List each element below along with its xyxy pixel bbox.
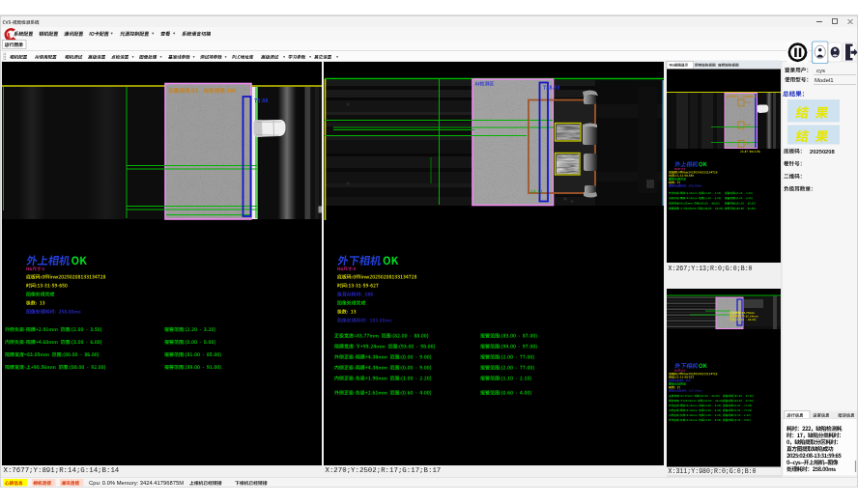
svg-text:X:7677;Y:891;R:14;G:14;B:14: X:7677;Y:891;R:14;G:14;B:14 [4, 466, 120, 474]
svg-text:cys: cys [816, 68, 825, 73]
svg-text:X:311;Y:980;R:0;G:0;B:0: X:311;Y:980;R:0;G:0;B:0 [669, 468, 757, 475]
svg-text:Model1: Model1 [815, 77, 834, 83]
svg-text:Cpu: 0.0% Memory: 3424.4179687: Cpu: 0.0% Memory: 3424.41796875M [89, 480, 184, 486]
svg-text:20250208: 20250208 [810, 149, 836, 154]
svg-text:X:267;Y:13;R:0;G:0;B:0: X:267;Y:13;R:0;G:0;B:0 [669, 266, 753, 272]
svg-text:X:270;Y:2502;R:17;G:17;B:17: X:270;Y:2502;R:17;G:17;B:17 [326, 466, 442, 474]
